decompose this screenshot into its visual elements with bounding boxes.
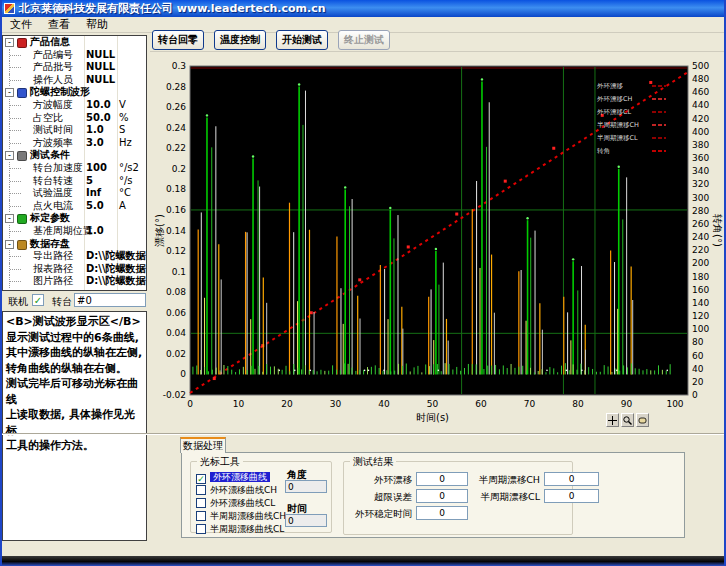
graph-tool-pan-hand-icon[interactable]	[636, 413, 649, 427]
tree-connector	[9, 137, 23, 150]
tree-item-row[interactable]: 方波幅度10.0V	[3, 99, 146, 112]
turntable-input[interactable]	[74, 293, 146, 307]
tree-connector	[9, 74, 23, 87]
description-box: <B>测试波形显示区</B> 显示测试过程中的6条曲线, 其中漂移曲线的纵轴在左…	[2, 311, 147, 541]
tree-node-icon-gear	[17, 151, 27, 161]
curve-checkbox-4[interactable]	[196, 524, 206, 534]
menu-item-1[interactable]: 查看	[40, 16, 78, 33]
graph-tool-zoom-magnifier-icon[interactable]	[621, 413, 634, 427]
online-checkbox[interactable]: ✓	[32, 294, 44, 306]
tree-connector	[9, 61, 23, 74]
menu-item-2[interactable]: 帮助	[78, 16, 116, 33]
tree-item-value: 5	[86, 175, 93, 187]
curve-label-3[interactable]: 半周期漂移曲线CH	[210, 511, 286, 521]
curve-row-4: 半周期漂移曲线CL	[196, 523, 284, 535]
y-left-tick: 0.1	[172, 267, 186, 277]
toolbar-button-0[interactable]: 转台回零	[152, 30, 204, 50]
tree-item-row[interactable]: 点火电流5.0A	[3, 200, 146, 213]
tree-expander[interactable]: -	[5, 240, 14, 249]
tree-item-label: 产品编号	[33, 49, 73, 61]
x-tick: 80	[572, 399, 584, 409]
tree-item-row[interactable]: 方波频率3.0Hz	[3, 137, 146, 150]
tree-item-row[interactable]: 导出路径D:\\陀螺数据	[3, 250, 146, 263]
result-field-right-1[interactable]	[544, 489, 599, 503]
angle-ramp-marker	[552, 147, 555, 150]
curve-checkbox-0[interactable]: ✓	[196, 474, 206, 484]
result-field-left-0[interactable]	[416, 472, 468, 486]
tree-expander[interactable]: -	[5, 151, 14, 160]
tree-item-row[interactable]: 测试时间1.0S	[3, 124, 146, 137]
online-label: 联机	[8, 295, 28, 309]
tree-item-value: Inf	[86, 187, 101, 199]
tree-item-row[interactable]: 试验温度Inf°C	[3, 187, 146, 200]
y-right-tick: 460	[692, 87, 709, 97]
menu-item-0[interactable]: 文件	[2, 16, 40, 33]
y-right-tick: 340	[692, 166, 709, 176]
y-left-tick: 0.02	[166, 349, 186, 359]
toolbar-button-1[interactable]: 温度控制	[214, 30, 266, 50]
y-left-tick: 0.3	[172, 61, 186, 71]
tree-node-row[interactable]: -标定参数	[3, 212, 146, 225]
tree-item-label: 图片路径	[33, 275, 73, 287]
tree-item-row[interactable]: 图片路径D:\\陀螺数据	[3, 275, 146, 288]
y-right-tick: 260	[692, 219, 709, 229]
tree-node-row[interactable]: -陀螺控制波形	[3, 86, 146, 99]
y-left-tick: 0.08	[166, 287, 186, 297]
tree-item-label: 报表路径	[33, 263, 73, 275]
curve-label-0[interactable]: 外环漂移曲线	[210, 472, 270, 482]
chart-canvas[interactable]: 0.30.280.260.240.220.20.180.160.140.120.…	[150, 52, 726, 444]
y-left-tick: 0.26	[166, 102, 186, 112]
tree-expander[interactable]: -	[5, 38, 14, 47]
curve-label-4[interactable]: 半周期漂移曲线CL	[210, 524, 284, 534]
result-field-right-0[interactable]	[544, 472, 599, 486]
tree-connector	[9, 225, 23, 238]
tree-node-row[interactable]: -数据存盘	[3, 238, 146, 251]
spike-peak-dot	[252, 155, 254, 157]
tree-item-label: 产品批号	[33, 61, 73, 73]
baseline-dot	[616, 370, 618, 372]
result-field-left-1[interactable]	[416, 489, 468, 503]
graph-tool-cursor-crosshair-icon[interactable]	[606, 413, 619, 427]
result-field-left-2[interactable]	[416, 506, 468, 520]
tree-item-row[interactable]: 转台转速5°/s	[3, 175, 146, 188]
settings-tree[interactable]: -产品信息产品编号NULL产品批号NULL操作人员NULL-陀螺控制波形方波幅度…	[2, 35, 147, 291]
tree-item-label: 方波频率	[33, 137, 73, 149]
tree-node-row[interactable]: -测试条件	[3, 149, 146, 162]
curve-row-1: 外环漂移曲线CH	[196, 484, 277, 496]
tree-item-row[interactable]: 操作人员NULL	[3, 74, 146, 87]
tab-data-processing[interactable]: 数据处理	[180, 437, 226, 453]
tree-node-row[interactable]: -产品信息	[3, 36, 146, 49]
test-results-title: 测试结果	[350, 455, 396, 469]
tree-expander[interactable]: -	[5, 88, 14, 97]
y-right-tick: 180	[692, 272, 709, 282]
tree-item-row[interactable]: 产品批号NULL	[3, 61, 146, 74]
tree-item-row[interactable]: 转台加速度100°/s2	[3, 162, 146, 175]
tree-item-row[interactable]: 报表路径D:\\陀螺数据	[3, 263, 146, 276]
tree-item-row[interactable]: 产品编号NULL	[3, 49, 146, 62]
y-right-axis-label: 转角(°)	[712, 214, 723, 247]
curve-label-2[interactable]: 外环漂移曲线CL	[210, 498, 275, 508]
toolbar-button-2[interactable]: 开始测试	[276, 30, 328, 50]
y-left-tick: 0.28	[166, 82, 186, 92]
curve-label-1[interactable]: 外环漂移曲线CH	[210, 485, 277, 495]
tree-item-value: 1.0	[86, 124, 104, 136]
tree-item-value: NULL	[86, 74, 115, 86]
result-label-left-2: 外环稳定时间	[346, 508, 412, 521]
x-axis-label: 时间(s)	[416, 412, 449, 423]
y-left-tick: 0.04	[166, 328, 186, 338]
time-field[interactable]	[285, 514, 327, 527]
y-left-tick: 0.22	[166, 143, 186, 153]
spike-peak-dot	[481, 78, 483, 80]
spike-peak-dot	[572, 258, 574, 260]
x-tick: 90	[621, 399, 633, 409]
curve-checkbox-1[interactable]	[196, 485, 206, 495]
angle-field[interactable]	[285, 480, 327, 493]
tree-item-row[interactable]: 基准周期位置1.0	[3, 225, 146, 238]
curve-checkbox-2[interactable]	[196, 498, 206, 508]
tree-node-label: 陀螺控制波形	[30, 86, 90, 98]
tree-item-row[interactable]: 占空比50.0%	[3, 112, 146, 125]
y-left-tick: 0.16	[166, 205, 186, 215]
curve-checkbox-3[interactable]	[196, 511, 206, 521]
tree-expander[interactable]: -	[5, 214, 14, 223]
tree-connector	[9, 49, 23, 62]
